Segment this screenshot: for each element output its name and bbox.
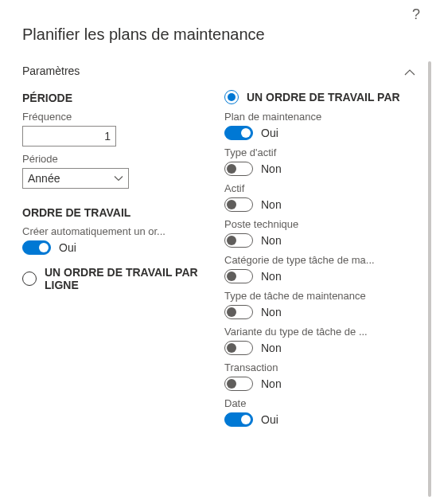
per-option-toggle-text: Non: [261, 306, 282, 318]
radio-per-line-indicator: [22, 272, 37, 286]
auto-create-toggle-text: Oui: [59, 241, 76, 254]
per-option-toggle-text: Oui: [261, 127, 278, 139]
auto-create-label: Créer automatiquement un or...: [22, 225, 205, 237]
per-option-functional-location: Poste technique Non: [224, 218, 422, 248]
per-option-toggle[interactable]: [224, 412, 253, 427]
per-option-toggle-text: Non: [261, 162, 282, 175]
frequency-label: Fréquence: [22, 111, 205, 123]
per-option-label: Catégorie de type tâche de ma...: [224, 254, 399, 266]
per-option-date: Date Oui: [224, 397, 422, 427]
per-option-toggle[interactable]: [224, 233, 253, 248]
section-header-label: Paramètres: [22, 64, 80, 77]
section-header-parameters[interactable]: Paramètres: [22, 53, 422, 82]
radio-per-indicator: [224, 90, 239, 104]
per-option-toggle[interactable]: [224, 341, 253, 355]
per-option-label: Type d'actif: [224, 147, 399, 158]
per-option-label: Variante du type de tâche de ...: [224, 326, 399, 338]
dialog-title: Planifier les plans de maintenance: [0, 0, 436, 53]
period-label: Période: [22, 153, 205, 165]
content: Paramètres PÉRIODE Fréquence Période Ann…: [0, 53, 436, 504]
radio-per-line-label: UN ORDRE DE TRAVAIL PAR LIGNE: [45, 266, 212, 291]
frequency-input[interactable]: [22, 126, 116, 147]
per-option-toggle-text: Non: [261, 270, 282, 283]
chevron-up-icon: [404, 67, 415, 75]
per-option-job-type-variant: Variante du type de tâche de ... Non: [224, 326, 422, 355]
per-options-list: Plan de maintenance Oui Type d'actif Non: [224, 111, 422, 427]
per-option-toggle[interactable]: [224, 305, 253, 319]
per-option-maintenance-plan: Plan de maintenance Oui: [224, 111, 422, 140]
radio-per[interactable]: UN ORDRE DE TRAVAIL PAR: [224, 90, 422, 104]
help-icon[interactable]: ?: [412, 6, 420, 23]
period-select[interactable]: Année: [22, 168, 129, 189]
columns: PÉRIODE Fréquence Période Année ORDRE DE…: [22, 82, 422, 433]
per-option-toggle-text: Non: [261, 198, 282, 211]
radio-per-line[interactable]: UN ORDRE DE TRAVAIL PAR LIGNE: [22, 266, 212, 291]
per-option-toggle[interactable]: [224, 197, 253, 212]
per-option-label: Type de tâche de maintenance: [224, 290, 399, 302]
dialog-root: ? Planifier les plans de maintenance Par…: [0, 0, 436, 504]
per-option-toggle-text: Non: [261, 342, 282, 354]
auto-create-toggle-row: Oui: [22, 240, 212, 255]
per-option-label: Plan de maintenance: [224, 111, 399, 123]
per-option-toggle[interactable]: [224, 126, 253, 140]
per-option-toggle[interactable]: [224, 162, 253, 176]
per-option-toggle-text: Non: [261, 377, 282, 390]
per-option-label: Date: [224, 397, 399, 409]
per-option-label: Actif: [224, 182, 399, 194]
auto-create-toggle[interactable]: [22, 240, 51, 255]
vertical-scrollbar[interactable]: [428, 61, 431, 497]
per-option-asset-type: Type d'actif Non: [224, 147, 422, 176]
per-option-toggle-text: Oui: [261, 413, 278, 426]
per-option-asset: Actif Non: [224, 182, 422, 212]
period-heading: PÉRIODE: [22, 92, 212, 104]
right-column: UN ORDRE DE TRAVAIL PAR Plan de maintena…: [224, 82, 422, 433]
per-option-toggle[interactable]: [224, 269, 253, 283]
per-option-job-type-category: Catégorie de type tâche de ma... Non: [224, 254, 422, 283]
chevron-down-icon: [114, 173, 123, 182]
radio-per-label: UN ORDRE DE TRAVAIL PAR: [247, 91, 400, 104]
per-option-label: Poste technique: [224, 218, 399, 230]
period-select-value: Année: [28, 172, 60, 185]
per-option-job-type: Type de tâche de maintenance Non: [224, 290, 422, 319]
left-column: PÉRIODE Fréquence Période Année ORDRE DE…: [22, 82, 212, 433]
per-option-trade: Transaction Non: [224, 361, 422, 391]
per-option-toggle-text: Non: [261, 234, 282, 247]
work-order-heading: ORDRE DE TRAVAIL: [22, 206, 212, 219]
per-option-label: Transaction: [224, 361, 399, 373]
per-option-toggle[interactable]: [224, 377, 253, 391]
